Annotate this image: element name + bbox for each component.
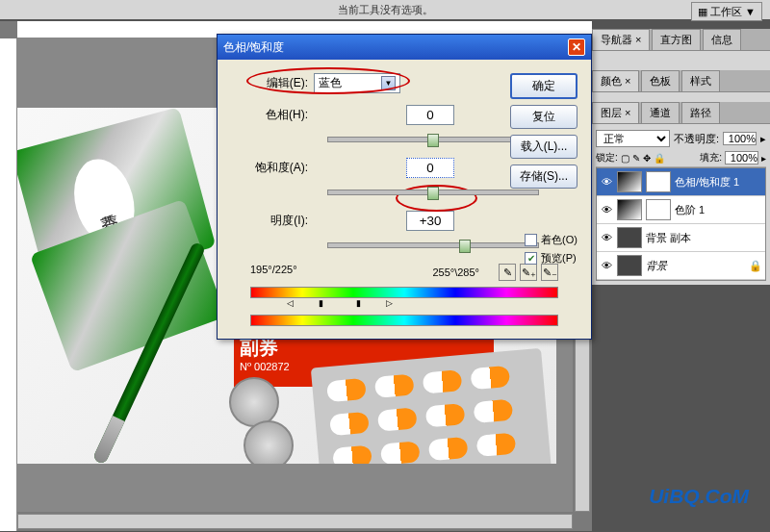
tab-styles[interactable]: 样式 [681,70,720,91]
save-button[interactable]: 存储(S)... [510,165,578,189]
lightness-label: 明度(I): [231,213,308,229]
saturation-slider[interactable] [327,190,539,195]
options-bar: 当前工具没有选项。 [0,0,770,19]
layer-thumb [617,171,642,192]
ok-button[interactable]: 确定 [510,73,578,99]
tab-layers[interactable]: 图层 × [592,102,639,123]
cancel-button[interactable]: 复位 [510,105,578,129]
layers-panel: 正常 不透明度: ▸ 锁定: ▢ ✎ ✥ 🔒 填充: ▸ 👁 色相/饱和度 1 … [592,124,770,285]
layer-row[interactable]: 👁 背景 🔒 [597,252,765,280]
hue-saturation-dialog: 色相/饱和度 ✕ 编辑(E): 蓝色 ▼ 色相(H): 饱和度(A): 明度(I… [217,34,592,340]
hue-slider[interactable] [327,137,539,142]
range-marker[interactable]: ▮ [356,298,361,308]
coin [244,420,294,464]
close-icon[interactable]: ✕ [568,38,585,56]
lightness-slider[interactable] [327,242,539,248]
pill-blister [311,348,552,464]
hue-label: 色相(H): [231,107,308,123]
blend-mode-select[interactable]: 正常 [596,130,670,147]
layer-list: 👁 色相/饱和度 1 👁 色阶 1 👁 背景 副本 👁 背景 🔒 [596,167,766,281]
dialog-title: 色相/饱和度 [223,39,284,56]
mask-thumb [646,199,671,220]
layer-name: 背景 副本 [646,231,691,245]
eye-icon[interactable]: 👁 [600,259,613,272]
layer-row[interactable]: 👁 色相/饱和度 1 [597,168,765,196]
colorize-label: 着色(O) [541,233,578,247]
mask-thumb [646,171,671,192]
range-right: 255°\285° [432,266,479,278]
tab-navigator[interactable]: 导航器 × [592,29,650,50]
tab-paths[interactable]: 路径 [681,102,720,123]
range-marker[interactable]: ▷ [386,298,393,308]
lock-icon: 🔒 [749,260,762,272]
eyedropper-icon[interactable]: ✎ [499,264,516,281]
layers-tabs: 图层 × 通道 路径 [592,102,770,124]
watermark: UiBQ.CoM [649,485,749,508]
saturation-label: 饱和度(A): [231,160,308,176]
load-button[interactable]: 载入(L)... [510,135,578,159]
scrollbar-horizontal[interactable] [17,514,573,529]
tab-color[interactable]: 颜色 × [592,70,639,91]
opacity-label: 不透明度: [674,132,719,146]
lock-paint-icon[interactable]: ✎ [632,153,640,164]
dialog-titlebar[interactable]: 色相/饱和度 ✕ [218,35,591,60]
range-marker[interactable]: ▮ [319,298,323,308]
grid-icon: ▦ [698,6,707,18]
edit-label: 编辑(E): [231,75,308,91]
layer-row[interactable]: 👁 背景 副本 [597,224,765,252]
layer-row[interactable]: 👁 色阶 1 [597,196,765,224]
tab-histogram[interactable]: 直方图 [652,29,701,50]
lock-all-icon[interactable]: 🔒 [654,153,665,164]
chevron-down-icon: ▼ [381,76,396,90]
tab-channels[interactable]: 通道 [641,102,680,123]
tab-info[interactable]: 信息 [703,29,741,50]
workspace-dropdown[interactable]: ▦ 工作区 ▼ [691,2,762,21]
preview-label: 预览(P) [541,251,577,266]
chevron-right-icon[interactable]: ▸ [760,133,766,145]
eye-icon[interactable]: 👁 [600,203,613,216]
ruler-vertical[interactable] [0,38,17,531]
eye-icon[interactable]: 👁 [600,175,613,189]
layer-thumb [617,227,642,248]
chevron-right-icon[interactable]: ▸ [761,153,766,164]
navigator-tabs: 导航器 × 直方图 信息 [592,29,770,51]
layer-thumb [617,199,642,220]
fill-input[interactable] [725,151,758,165]
coin [229,377,279,427]
hue-spectrum-bar [250,315,558,326]
panels-dock: 导航器 × 直方图 信息 颜色 × 色板 样式 图层 × 通道 路径 正常 不透… [592,29,770,285]
range-left: 195°/225° [250,264,297,281]
preview-checkbox[interactable]: ✔ [525,252,537,265]
layer-name: 色相/饱和度 1 [675,175,739,190]
opacity-input[interactable] [723,132,757,145]
layer-thumb [617,255,642,276]
eye-icon[interactable]: 👁 [600,231,613,244]
colorize-checkbox[interactable] [525,234,537,246]
lock-transparency-icon[interactable]: ▢ [621,153,629,164]
range-marker[interactable]: ◁ [287,298,294,308]
tab-swatches[interactable]: 色板 [641,70,680,91]
lock-label: 锁定: [596,151,618,165]
lock-position-icon[interactable]: ✥ [643,153,651,164]
saturation-input[interactable] [406,158,454,178]
fill-label: 填充: [700,151,722,165]
hue-input[interactable] [406,105,454,125]
lightness-input[interactable] [406,211,454,231]
layer-name: 背景 [646,259,667,273]
edit-select[interactable]: 蓝色 ▼ [314,73,400,93]
no-options-text: 当前工具没有选项。 [338,3,433,17]
layer-name: 色阶 1 [675,203,705,217]
color-tabs: 颜色 × 色板 样式 [592,70,770,92]
hue-spectrum-bar[interactable] [250,287,558,298]
